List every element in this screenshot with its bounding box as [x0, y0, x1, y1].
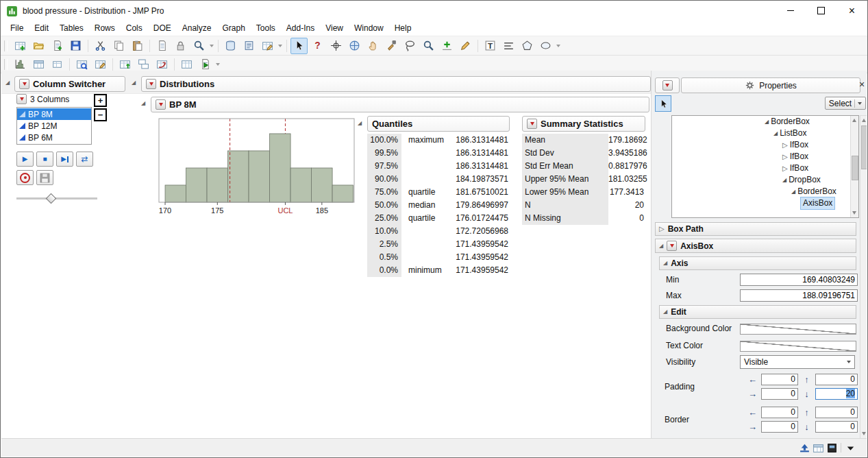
clipboard-tools-icon[interactable]: [240, 38, 258, 54]
tree-node-borderbox[interactable]: ◢BorderBox: [672, 116, 858, 128]
tree-node-borderbox[interactable]: ◢BorderBox: [672, 186, 858, 197]
data-grid-icon[interactable]: [811, 442, 825, 455]
step-button[interactable]: ▶: [56, 152, 73, 167]
menu-cols[interactable]: Cols: [121, 21, 148, 36]
axis-section-disclosure-icon[interactable]: ◢: [663, 261, 667, 266]
box-path-disclosure-icon[interactable]: ▷: [659, 226, 665, 232]
play-button[interactable]: ▶: [16, 152, 34, 167]
properties-scrollbar[interactable]: [860, 115, 867, 439]
close-button[interactable]: ×: [836, 1, 867, 21]
new-data-table-icon[interactable]: [12, 38, 29, 54]
axis-max-input[interactable]: [740, 289, 858, 302]
tree-node-dropbox[interactable]: ◢DropBox: [672, 174, 858, 186]
text-annotate-icon[interactable]: T: [482, 38, 499, 54]
scroll-up-arrow-icon[interactable]: [852, 119, 856, 122]
border-down-input[interactable]: 0: [815, 421, 858, 433]
edit-section-disclosure-icon[interactable]: ◢: [663, 309, 667, 315]
transpose-icon[interactable]: [153, 56, 171, 73]
menu-tools[interactable]: Tools: [251, 21, 281, 36]
scroll-down-arrow-icon[interactable]: [852, 211, 856, 215]
padding-left-input[interactable]: 0: [761, 374, 798, 385]
journal-icon[interactable]: [153, 38, 171, 54]
slider-thumb[interactable]: [46, 193, 57, 204]
magnifier-tool-icon[interactable]: [420, 38, 437, 54]
toolbar-grip[interactable]: [4, 40, 8, 51]
maximize-button[interactable]: [806, 1, 836, 21]
column-item-bp-6m[interactable]: BP 6M: [17, 132, 91, 143]
save-animation-button[interactable]: [36, 170, 53, 185]
window-swatch-icon[interactable]: [825, 442, 839, 455]
pencil-tool-icon[interactable]: [457, 38, 474, 54]
distribution-icon[interactable]: [12, 56, 29, 73]
caret-down-icon[interactable]: [843, 442, 857, 455]
add-column-button[interactable]: +: [94, 94, 107, 107]
scroll-up-icon[interactable]: [797, 442, 811, 455]
menu-window[interactable]: Window: [349, 21, 389, 36]
remove-column-button[interactable]: −: [94, 108, 107, 121]
bp8m-disclosure-icon[interactable]: ◢: [141, 101, 145, 106]
database-icon[interactable]: [222, 38, 239, 54]
loop-button[interactable]: ⇄: [76, 152, 93, 167]
column-switcher-disclosure-icon[interactable]: ◢: [5, 80, 10, 86]
quantiles-disclosure-icon[interactable]: ◢: [358, 121, 362, 126]
column-switcher-red-triangle-menu[interactable]: [19, 79, 29, 89]
sort-columns-icon[interactable]: [116, 56, 134, 73]
run-script-overflow-caret-icon[interactable]: [214, 57, 221, 72]
table-small-icon[interactable]: [49, 56, 66, 73]
menu-view[interactable]: View: [320, 21, 349, 36]
axisbox-red-triangle-menu[interactable]: [667, 241, 677, 251]
axis-min-input[interactable]: [740, 274, 858, 286]
tree-node-axisbox[interactable]: AxisBox: [672, 197, 858, 209]
distributions-red-triangle-menu[interactable]: [146, 79, 156, 89]
brush-tool-icon[interactable]: [383, 38, 400, 54]
column-item-bp-8m[interactable]: BP 8M: [17, 108, 91, 120]
cursor-tool-button[interactable]: [655, 95, 671, 112]
border-up-input[interactable]: 0: [815, 407, 858, 418]
menu-graph[interactable]: Graph: [216, 21, 250, 36]
oval-annotate-overflow-caret-icon[interactable]: [555, 38, 562, 53]
line-annotate-icon[interactable]: [500, 38, 517, 54]
distributions-disclosure-icon[interactable]: ◢: [132, 80, 136, 86]
expanded-triangle-icon[interactable]: ◢: [791, 186, 795, 197]
background-color-picker[interactable]: [740, 324, 856, 335]
arrow-tool-icon[interactable]: [290, 38, 308, 54]
polygon-annotate-icon[interactable]: [519, 38, 536, 54]
bp8m-red-triangle-menu[interactable]: [156, 99, 166, 110]
expanded-triangle-icon[interactable]: ◢: [765, 116, 769, 128]
properties-close-icon[interactable]: ×: [859, 79, 865, 90]
scroller-tool-icon[interactable]: [346, 38, 363, 54]
search-icon[interactable]: [190, 38, 208, 54]
tree-scrollbar[interactable]: [850, 116, 858, 217]
tree-scrollbar-thumb[interactable]: [852, 156, 858, 180]
menu-help[interactable]: Help: [389, 21, 417, 36]
stack-tables-icon[interactable]: [135, 56, 152, 73]
border-right-input[interactable]: 0: [761, 421, 798, 433]
menu-edit[interactable]: Edit: [29, 21, 54, 36]
menu-tables[interactable]: Tables: [54, 21, 89, 36]
collapsed-triangle-icon[interactable]: ▷: [782, 162, 788, 174]
record-button[interactable]: [16, 170, 34, 185]
annotate-tool-icon[interactable]: [438, 38, 456, 54]
help-tool-icon[interactable]: ?: [309, 38, 326, 54]
search-overflow-caret-icon[interactable]: [208, 38, 215, 53]
crosshair-tool-icon[interactable]: [327, 38, 345, 54]
paste-icon[interactable]: [129, 38, 146, 54]
animation-speed-slider[interactable]: [16, 194, 97, 202]
columns-red-triangle-menu[interactable]: [16, 94, 27, 104]
padding-right-input[interactable]: 0: [761, 388, 798, 400]
stop-button[interactable]: ■: [36, 152, 53, 167]
save-icon[interactable]: [67, 38, 84, 54]
expanded-triangle-icon[interactable]: ◢: [782, 174, 786, 186]
padding-down-input[interactable]: 20: [815, 388, 858, 400]
expanded-triangle-icon[interactable]: ◢: [773, 128, 778, 139]
collapsed-triangle-icon[interactable]: ▷: [782, 151, 788, 162]
toolbar-grip[interactable]: [4, 59, 8, 70]
menu-file[interactable]: File: [5, 21, 29, 36]
menu-add-ins[interactable]: Add-Ins: [281, 21, 320, 36]
padding-up-input[interactable]: 0: [815, 374, 858, 385]
properties-red-triangle-menu[interactable]: [662, 80, 673, 91]
visibility-select[interactable]: Visible: [740, 355, 855, 369]
collapsed-triangle-icon[interactable]: ▷: [782, 139, 788, 151]
properties-scrollbar-thumb[interactable]: [861, 125, 867, 169]
new-column-overflow-caret-icon[interactable]: [277, 38, 284, 53]
